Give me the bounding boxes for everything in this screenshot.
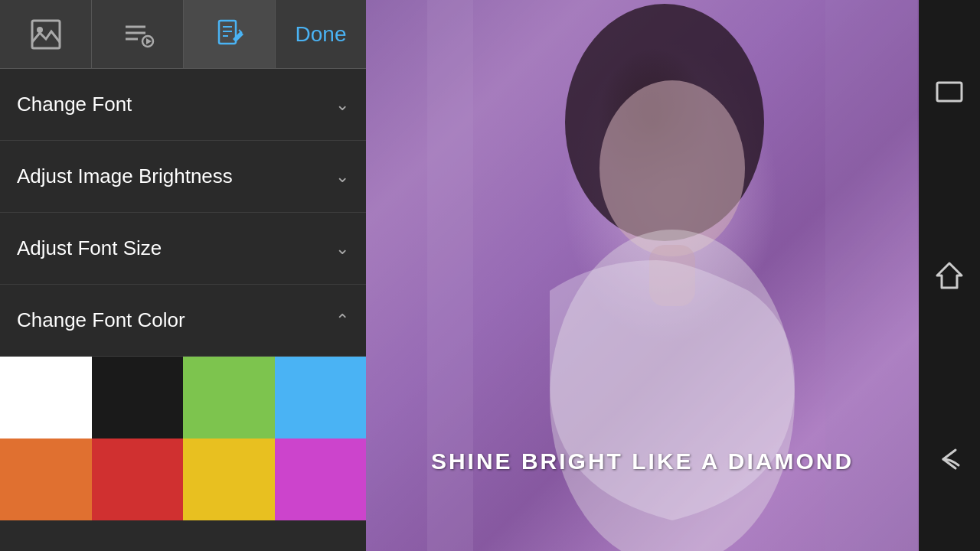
adjust-brightness-menu-item[interactable]: Adjust Image Brightness ⌄	[0, 141, 366, 213]
change-font-color-menu-item[interactable]: Change Font Color ⌃	[0, 285, 366, 357]
right-nav-bar	[919, 0, 980, 551]
change-font-chevron: ⌄	[335, 95, 349, 115]
left-panel: Done Change Font ⌄ Adjust Image Brightne…	[0, 0, 366, 551]
adjust-font-size-menu-item[interactable]: Adjust Font Size ⌄	[0, 213, 366, 285]
adjust-font-size-chevron: ⌄	[335, 239, 349, 259]
toolbar: Done	[0, 0, 366, 69]
svg-rect-19	[937, 83, 962, 101]
image-tab-button[interactable]	[0, 0, 92, 68]
home-button[interactable]	[929, 256, 969, 295]
color-swatch-green[interactable]	[183, 357, 275, 439]
color-swatch-orange[interactable]	[0, 439, 92, 520]
color-swatch-black[interactable]	[92, 357, 184, 439]
color-swatch-yellow[interactable]	[183, 439, 275, 520]
color-swatch-blue[interactable]	[275, 357, 367, 439]
back-button[interactable]	[929, 439, 969, 479]
main-content-area: SHINE BRIGHT LIKE A DIAMOND	[366, 0, 919, 551]
edit-tab-button[interactable]	[184, 0, 276, 68]
playlist-tab-button[interactable]	[92, 0, 184, 68]
color-swatch-white[interactable]	[0, 357, 92, 439]
svg-marker-6	[146, 38, 152, 44]
color-swatch-red[interactable]	[92, 439, 184, 520]
lyrics-display: SHINE BRIGHT LIKE A DIAMOND	[366, 448, 919, 474]
adjust-brightness-chevron: ⌄	[335, 167, 349, 187]
svg-rect-0	[32, 21, 60, 48]
color-grid	[0, 357, 366, 520]
change-font-menu-item[interactable]: Change Font ⌄	[0, 69, 366, 141]
color-swatch-purple[interactable]	[275, 439, 367, 520]
recent-apps-button[interactable]	[929, 72, 969, 112]
svg-marker-20	[937, 263, 962, 288]
change-font-color-chevron: ⌃	[335, 311, 349, 331]
done-button[interactable]: Done	[276, 0, 366, 68]
